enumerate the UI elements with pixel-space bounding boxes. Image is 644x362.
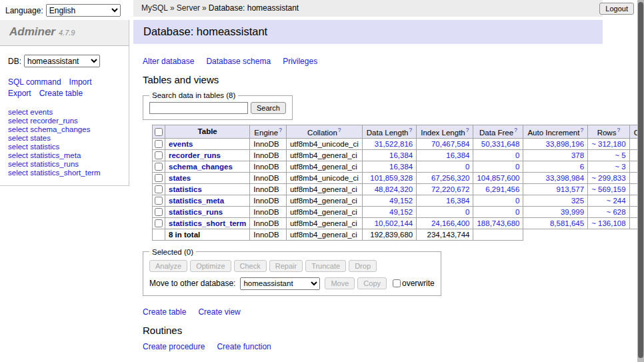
breadcrumb-server-link[interactable]: Server (177, 3, 200, 13)
create-view-link[interactable]: Create view (198, 307, 240, 317)
table-link-statistics[interactable]: statistics (169, 185, 202, 193)
column-help-icon[interactable]: ? (409, 127, 412, 133)
row-checkbox-statistics-runs[interactable] (155, 208, 163, 216)
index-length-link-states[interactable]: 67,256,320 (431, 174, 470, 182)
data-length-link-statistics-runs[interactable]: 49,152 (389, 208, 413, 216)
row-checkbox-statistics-short-term[interactable] (155, 219, 163, 227)
sidebar-table-link-statistics-short-term[interactable]: statistics_short_term (30, 169, 100, 177)
table-link-events[interactable]: events (169, 140, 193, 148)
sidebar-link-sql-command[interactable]: SQL command (8, 77, 61, 87)
scrollbar-thumb[interactable] (638, 2, 643, 358)
data-free-link-statistics-meta[interactable]: 0 (515, 197, 519, 205)
data-free-link-recorder-runs[interactable]: 0 (515, 151, 519, 159)
database-schema-link[interactable]: Database schema (206, 57, 271, 66)
overwrite-checkbox[interactable] (393, 279, 401, 287)
row-checkbox-recorder-runs[interactable] (155, 151, 163, 159)
index-length-link-statistics-short-term[interactable]: 24,166,400 (431, 219, 470, 227)
column-help-icon[interactable]: ? (580, 127, 583, 133)
search-input[interactable] (149, 102, 248, 114)
select-link-statistics-meta[interactable]: select (8, 151, 28, 159)
data-length-link-recorder-runs[interactable]: 16,384 (389, 151, 413, 159)
select-link-statistics[interactable]: select (8, 143, 28, 151)
rows-link-states[interactable]: ~ 299,833 (591, 174, 625, 182)
data-free-link-schema-changes[interactable]: 0 (515, 163, 519, 171)
column-help-icon[interactable]: ? (514, 127, 517, 133)
create-table-link[interactable]: Create table (143, 307, 186, 317)
auto-increment-link-statistics-short-term[interactable]: 8,581,645 (550, 219, 584, 227)
data-length-link-events[interactable]: 31,522,816 (375, 140, 413, 148)
create-function-link[interactable]: Create function (217, 342, 271, 351)
row-checkbox-schema-changes[interactable] (155, 163, 163, 171)
rows-link-statistics-short-term[interactable]: ~ 136,108 (591, 219, 625, 227)
data-free-link-states[interactable]: 104,857,600 (477, 174, 519, 182)
sidebar-table-link-statistics-meta[interactable]: statistics_meta (30, 151, 81, 159)
data-free-link-statistics-short-term[interactable]: 188,743,680 (477, 219, 519, 227)
table-link-statistics-short-term[interactable]: statistics_short_term (169, 219, 246, 227)
data-length-link-statistics-meta[interactable]: 49,152 (389, 197, 413, 205)
column-help-icon[interactable]: ? (279, 127, 282, 133)
move-db-select[interactable]: homeassistant (240, 277, 320, 290)
page-scrollbar[interactable] (637, 0, 644, 362)
data-length-link-statistics[interactable]: 48,824,320 (375, 185, 413, 193)
data-free-link-statistics[interactable]: 6,291,456 (485, 185, 519, 193)
auto-increment-link-states[interactable]: 33,398,984 (546, 174, 585, 182)
rows-link-statistics-runs[interactable]: ~ 628 (607, 208, 626, 216)
select-link-events[interactable]: select (8, 108, 28, 116)
rows-link-statistics-meta[interactable]: ~ 244 (607, 197, 626, 205)
sidebar-table-link-recorder-runs[interactable]: recorder_runs (30, 117, 78, 125)
rows-link-schema-changes[interactable]: ~ 3 (615, 163, 625, 171)
row-checkbox-states[interactable] (155, 174, 163, 182)
index-length-link-events[interactable]: 70,467,584 (431, 140, 470, 148)
row-checkbox-statistics-meta[interactable] (155, 197, 163, 205)
data-free-link-events[interactable]: 50,331,648 (481, 140, 520, 148)
breadcrumb-mysql-link[interactable]: MySQL (141, 3, 168, 13)
privileges-link[interactable]: Privileges (283, 57, 317, 66)
sidebar-link-create-table[interactable]: Create table (39, 89, 83, 98)
select-link-statistics-short-term[interactable]: select (8, 169, 28, 177)
sidebar-table-link-statistics[interactable]: statistics (30, 143, 59, 151)
auto-increment-link-statistics-runs[interactable]: 39,999 (561, 208, 584, 216)
select-all-checkbox[interactable] (155, 128, 163, 136)
alter-database-link[interactable]: Alter database (143, 57, 194, 66)
table-link-schema-changes[interactable]: schema_changes (169, 163, 233, 171)
auto-increment-link-statistics[interactable]: 913,577 (557, 185, 585, 193)
sidebar-table-link-schema-changes[interactable]: schema_changes (30, 125, 90, 133)
sidebar-table-link-events[interactable]: events (30, 108, 53, 116)
rows-link-events[interactable]: ~ 312,180 (591, 140, 625, 148)
table-link-states[interactable]: states (169, 174, 191, 182)
row-checkbox-statistics[interactable] (155, 185, 163, 193)
sidebar-link-import[interactable]: Import (69, 77, 92, 87)
auto-increment-link-statistics-meta[interactable]: 325 (571, 197, 584, 205)
index-length-link-schema-changes[interactable]: 0 (465, 163, 469, 171)
column-help-icon[interactable]: ? (466, 127, 469, 133)
create-procedure-link[interactable]: Create procedure (143, 342, 205, 351)
auto-increment-link-recorder-runs[interactable]: 378 (571, 151, 584, 159)
rows-link-recorder-runs[interactable]: ~ 5 (615, 151, 625, 159)
language-select[interactable]: English (46, 4, 121, 17)
row-checkbox-events[interactable] (155, 140, 163, 148)
index-length-link-statistics-runs[interactable]: 0 (465, 208, 469, 216)
sidebar-table-link-statistics-runs[interactable]: statistics_runs (30, 160, 79, 168)
search-button[interactable]: Search (251, 102, 286, 114)
auto-increment-link-events[interactable]: 33,898,196 (546, 140, 585, 148)
data-length-link-states[interactable]: 101,859,328 (370, 174, 413, 182)
sidebar-table-link-states[interactable]: states (30, 134, 51, 142)
table-link-recorder-runs[interactable]: recorder_runs (169, 151, 221, 159)
index-length-link-recorder-runs[interactable]: 16,384 (446, 151, 469, 159)
rows-link-statistics[interactable]: ~ 569,159 (591, 185, 625, 193)
db-select[interactable]: homeassistant (24, 55, 100, 67)
column-help-icon[interactable]: ? (338, 127, 341, 133)
data-length-link-statistics-short-term[interactable]: 10,502,144 (375, 219, 413, 227)
auto-increment-link-schema-changes[interactable]: 6 (580, 163, 584, 171)
index-length-link-statistics[interactable]: 72,220,672 (431, 185, 470, 193)
index-length-link-statistics-meta[interactable]: 16,384 (446, 197, 469, 205)
select-link-states[interactable]: select (8, 134, 28, 142)
sidebar-link-export[interactable]: Export (8, 89, 31, 98)
column-header-table[interactable]: Table (165, 125, 250, 139)
logout-button[interactable]: Logout (599, 3, 634, 15)
select-link-schema-changes[interactable]: select (8, 125, 28, 133)
table-link-statistics-meta[interactable]: statistics_meta (169, 197, 224, 205)
table-link-statistics-runs[interactable]: statistics_runs (169, 208, 223, 216)
data-free-link-statistics-runs[interactable]: 0 (515, 208, 519, 216)
data-length-link-schema-changes[interactable]: 16,384 (389, 163, 413, 171)
